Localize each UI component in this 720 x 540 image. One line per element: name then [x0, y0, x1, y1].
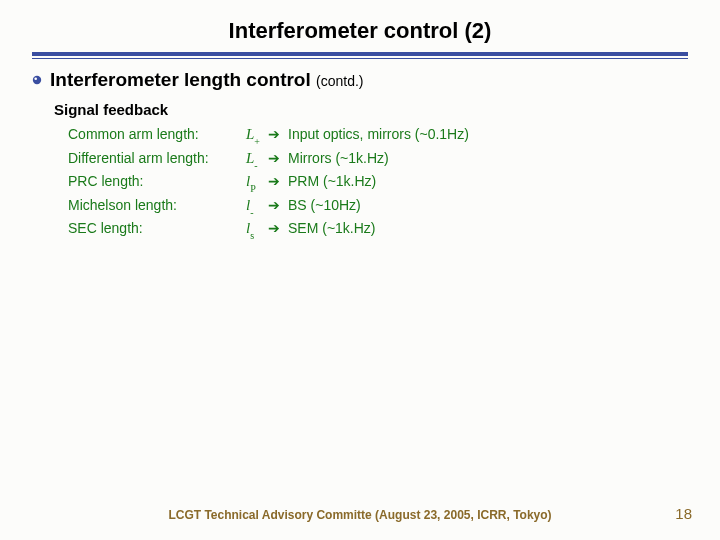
arrow-icon: ➔: [268, 218, 288, 238]
page-title: Interferometer control (2): [32, 18, 688, 44]
page-number: 18: [675, 505, 692, 522]
item-dest: SEM (~1k.Hz): [288, 218, 688, 238]
item-symbol: lP: [246, 171, 268, 195]
item-dest: Mirrors (~1k.Hz): [288, 148, 688, 168]
item-dest: Input optics, mirrors (~0.1Hz): [288, 124, 688, 144]
signal-list: Common arm length: L+ ➔ Input optics, mi…: [68, 124, 688, 242]
title-rule: [32, 52, 688, 59]
arrow-icon: ➔: [268, 171, 288, 191]
footer: LCGT Technical Advisory Committe (August…: [0, 508, 720, 522]
section-heading-text: Interferometer length control: [50, 69, 311, 90]
footer-text: LCGT Technical Advisory Committe (August…: [0, 508, 720, 522]
item-label: SEC length:: [68, 218, 246, 238]
list-item: SEC length: ls ➔ SEM (~1k.Hz): [68, 218, 688, 242]
svg-point-0: [33, 76, 41, 84]
svg-point-1: [34, 77, 37, 80]
item-dest: PRM (~1k.Hz): [288, 171, 688, 191]
item-symbol: L-: [246, 148, 268, 172]
section-annotation: (contd.): [316, 73, 363, 89]
arrow-icon: ➔: [268, 124, 288, 144]
item-dest: BS (~10Hz): [288, 195, 688, 215]
list-item: Common arm length: L+ ➔ Input optics, mi…: [68, 124, 688, 148]
list-item: PRC length: lP ➔ PRM (~1k.Hz): [68, 171, 688, 195]
item-symbol: ls: [246, 218, 268, 242]
item-symbol: l-: [246, 195, 268, 219]
list-item: Differential arm length: L- ➔ Mirrors (~…: [68, 148, 688, 172]
item-label: Michelson length:: [68, 195, 246, 215]
bullet-icon: [32, 75, 42, 85]
item-symbol: L+: [246, 124, 268, 148]
arrow-icon: ➔: [268, 148, 288, 168]
section-heading: Interferometer length control (contd.): [50, 69, 364, 91]
item-label: Differential arm length:: [68, 148, 246, 168]
item-label: Common arm length:: [68, 124, 246, 144]
item-label: PRC length:: [68, 171, 246, 191]
sub-heading: Signal feedback: [54, 101, 688, 118]
list-item: Michelson length: l- ➔ BS (~10Hz): [68, 195, 688, 219]
arrow-icon: ➔: [268, 195, 288, 215]
section-row: Interferometer length control (contd.): [32, 69, 688, 91]
slide: Interferometer control (2) Interferomete…: [0, 0, 720, 540]
